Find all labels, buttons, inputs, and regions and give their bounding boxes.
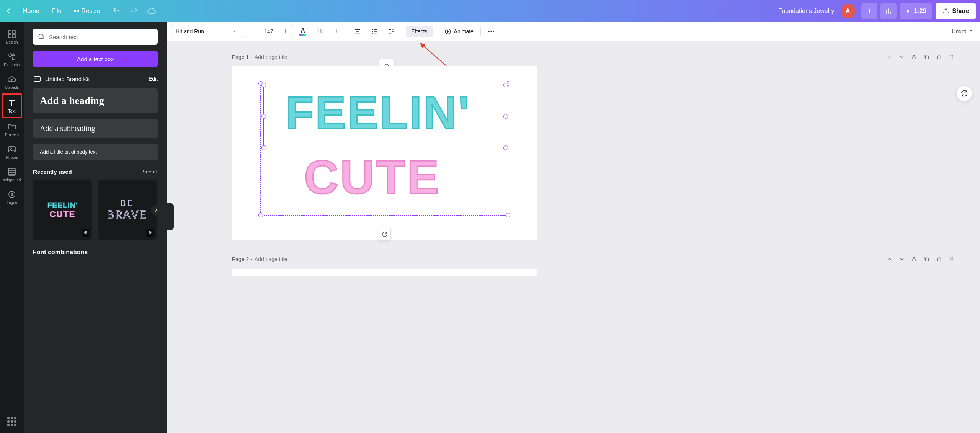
premium-crown-icon: ♛ <box>82 229 89 237</box>
recently-used-label: Recently used <box>33 168 72 175</box>
canvas-page2[interactable] <box>232 269 537 276</box>
canvas-area: Page 1 - Highlight the text you intend t… <box>167 41 980 433</box>
rail-text[interactable]: Text <box>2 93 22 118</box>
svg-point-12 <box>372 29 373 30</box>
animate-button[interactable]: Animate <box>441 28 477 35</box>
font-size-input[interactable] <box>259 25 278 38</box>
rail-design[interactable]: Design <box>2 26 22 48</box>
page-down-icon[interactable] <box>896 51 908 63</box>
svg-rect-5 <box>12 57 15 60</box>
resize-menu[interactable]: Resize <box>67 5 106 18</box>
delete-page-icon[interactable] <box>933 51 945 63</box>
canvas-text-feelin[interactable]: FEELIN' <box>286 86 470 139</box>
search-input[interactable] <box>49 34 153 40</box>
chevron-down-icon <box>232 29 237 34</box>
page1-title-input[interactable] <box>255 54 331 60</box>
align-button[interactable] <box>351 25 364 38</box>
avatar[interactable]: A <box>841 4 855 18</box>
rail-projects[interactable]: Projects <box>2 118 22 141</box>
more-apps-icon[interactable] <box>7 417 16 426</box>
svg-rect-1 <box>13 31 15 33</box>
thumb-feelin-cute[interactable]: FEELIN' CUTE ♛ <box>33 180 92 240</box>
add-page-icon[interactable] <box>945 253 957 265</box>
rail-photos[interactable]: Photos <box>2 141 22 163</box>
rail-background[interactable]: ackground <box>2 163 22 186</box>
search-icon <box>38 33 45 41</box>
brand-kit-icon <box>33 75 41 83</box>
spacing-button[interactable] <box>385 25 398 38</box>
context-toolbar: Hit and Run − + A B I Effects Animate Un… <box>167 22 980 41</box>
add-heading-button[interactable]: Add a heading <box>33 88 158 113</box>
svg-rect-11 <box>34 77 41 82</box>
svg-rect-24 <box>913 259 916 261</box>
font-combinations-label: Font combinations <box>33 249 158 256</box>
rail-uploads[interactable]: Uploads <box>2 71 22 93</box>
ungroup-button[interactable]: Ungroup <box>949 28 975 34</box>
page-up-icon[interactable] <box>884 253 896 265</box>
more-options-button[interactable] <box>485 25 498 38</box>
font-name-label: Hit and Run <box>176 28 204 34</box>
home-menu[interactable]: Home <box>17 5 46 18</box>
page1-label: Page 1 - <box>232 54 252 60</box>
add-text-box-button[interactable]: Add a text box <box>33 51 158 67</box>
see-all-link[interactable]: See all <box>142 169 158 175</box>
cloud-sync-icon[interactable] <box>144 4 159 18</box>
add-subheading-button[interactable]: Add a subheading <box>33 119 158 138</box>
undo-icon[interactable] <box>109 4 124 18</box>
document-title[interactable]: Foundations Jewelry <box>778 8 835 15</box>
page2-title-input[interactable] <box>255 256 331 262</box>
lock-icon[interactable] <box>908 253 920 265</box>
italic-button[interactable]: I <box>330 25 343 38</box>
nav-rail: Design Elements Uploads Text Projects Ph… <box>0 22 24 433</box>
animate-icon <box>444 28 452 35</box>
back-icon[interactable] <box>4 7 13 16</box>
font-size-plus[interactable]: + <box>278 25 292 38</box>
share-button[interactable]: Share <box>936 3 976 19</box>
svg-rect-0 <box>8 31 11 33</box>
regenerate-button[interactable] <box>956 85 972 101</box>
sync-button[interactable] <box>378 228 391 241</box>
analytics-icon[interactable] <box>880 3 897 19</box>
file-menu[interactable]: File <box>46 5 68 18</box>
redo-icon[interactable] <box>127 4 141 18</box>
resize-label: Resize <box>81 8 100 15</box>
svg-rect-25 <box>925 258 928 261</box>
rail-elements[interactable]: Elements <box>2 48 22 71</box>
canvas-page1[interactable]: FEELIN' CUTE <box>232 66 537 240</box>
bold-button[interactable]: B <box>313 25 326 38</box>
add-page-icon[interactable] <box>945 51 957 63</box>
brand-kit-label: Untitled Brand Kit <box>45 76 90 82</box>
thumbs-next-icon[interactable] <box>151 205 162 216</box>
font-size-stepper: − + <box>245 25 292 38</box>
search-input-wrapper[interactable] <box>33 29 158 45</box>
svg-point-14 <box>372 33 373 33</box>
duration-label: 1:29 <box>914 8 926 15</box>
font-family-select[interactable]: Hit and Run <box>172 25 241 38</box>
add-body-text-button[interactable]: Add a little bit of body text <box>33 144 158 160</box>
svg-point-9 <box>9 191 15 198</box>
font-size-minus[interactable]: − <box>245 25 259 38</box>
text-side-panel: Add a text box Untitled Brand Kit Edit A… <box>24 22 167 433</box>
svg-point-4 <box>9 54 12 57</box>
brand-kit-edit[interactable]: Edit <box>149 76 158 82</box>
add-member-icon[interactable] <box>861 3 877 19</box>
page2-label: Page 2 - <box>232 256 252 262</box>
delete-page-icon[interactable] <box>933 253 945 265</box>
page-up-icon[interactable] <box>884 51 896 63</box>
svg-rect-2 <box>8 35 11 38</box>
svg-rect-20 <box>913 57 916 59</box>
rail-logos[interactable]: Logos <box>2 186 22 209</box>
duplicate-page-icon[interactable] <box>920 51 933 63</box>
text-color-button[interactable]: A <box>296 25 309 38</box>
list-button[interactable] <box>368 25 381 38</box>
thumb-be-brave[interactable]: BE BRAVE ♛ <box>98 180 157 240</box>
recent-thumbs: FEELIN' CUTE ♛ BE BRAVE ♛ <box>33 180 158 240</box>
page-down-icon[interactable] <box>896 253 908 265</box>
effects-button[interactable]: Effects <box>406 26 433 37</box>
present-button[interactable]: 1:29 <box>900 3 932 19</box>
collapse-panel-handle[interactable] <box>167 203 174 230</box>
lock-icon[interactable] <box>908 51 920 63</box>
share-label: Share <box>952 8 969 15</box>
canvas-text-cute[interactable]: CUTE <box>304 150 440 204</box>
duplicate-page-icon[interactable] <box>920 253 933 265</box>
